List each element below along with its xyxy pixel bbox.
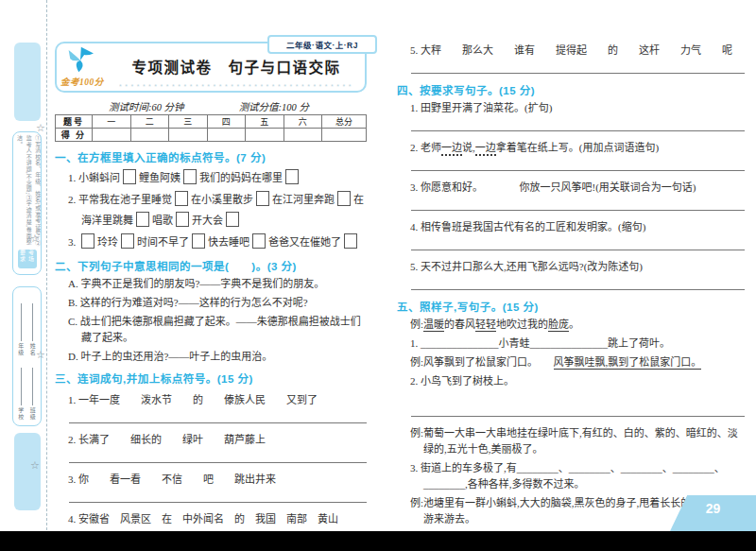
grade-subject-badge: 二年级·语文·上·RJ xyxy=(267,35,377,54)
star-icon: ☆ xyxy=(30,233,40,244)
question-item: 4. 安徽省 风景区 在 中外闻名 的 我国 南部 黄山 xyxy=(68,511,369,527)
star-icon: ☆ xyxy=(30,460,40,471)
cut-line xyxy=(46,0,47,530)
punctuation-box xyxy=(175,191,188,206)
student-info-field: 学校 xyxy=(15,356,27,421)
answer-line xyxy=(411,283,745,290)
question-item: 1. 田野里开满了油菜花。(扩句) xyxy=(410,100,747,116)
punctuation-box xyxy=(226,212,239,227)
answer-line xyxy=(411,124,745,131)
question-item: B. 这样的行为难道对吗?——这样的行为怎么不对呢? xyxy=(68,295,369,311)
question-item: D. 叶子上的虫还用治?——叶子上的虫用治。 xyxy=(68,349,369,365)
example-item: 例:温暖的春风轻轻地吹过我的脸庞。 xyxy=(410,317,747,333)
question-item: 3. 街道上的车多极了,有________、________、________、… xyxy=(410,460,747,492)
score-cell-empty xyxy=(322,129,367,142)
bottom-black-bar xyxy=(0,531,756,551)
punctuation-box xyxy=(285,169,299,184)
question-item: 2. 平常我在池子里睡觉在小溪里散步在江河里奔跑在海洋里跳舞唱歌开大会 xyxy=(68,189,369,231)
question-item: 5. 大秤 那么大 谁有 提得起 的 这杆 力气 呢 xyxy=(410,43,747,59)
star-icon: ☆ xyxy=(36,350,45,360)
field-label: 班级 xyxy=(28,407,37,421)
section-title: 四、按要求写句子。(15 分) xyxy=(397,82,747,97)
student-info-field: 姓名 xyxy=(27,292,40,356)
score-table-column: 一 xyxy=(93,115,131,129)
student-info-field: 年级 xyxy=(15,292,27,356)
punctuation-box xyxy=(121,233,134,249)
question-item: 3. 你 看一看 不信 吧 跳出井来 xyxy=(68,472,369,488)
punctuation-box xyxy=(81,233,94,249)
question-item: C. 战士们把朱德那根扁担藏了起来。——朱德那根扁担被战士们藏了起来。 xyxy=(68,314,369,346)
punctuation-box xyxy=(256,191,269,206)
answer-line xyxy=(411,203,745,211)
question-item: 1. _______________小青蛙_______________跳上了荷… xyxy=(410,336,747,352)
test-time: 测试时间:60 分钟 xyxy=(109,99,184,113)
score-cell-empty xyxy=(169,129,208,142)
exam-notice-text: ①写清校名、年级、姓名(或准考证号);②监考人不讲题,不念题;③字迹清楚,卷面整… xyxy=(14,135,42,247)
score-cell-empty xyxy=(207,129,246,142)
left-page-content: 一、在方框里填入正确的标点符号。(7 分)1. 小蝌蚪问鲤鱼阿姨我们的妈妈在哪里… xyxy=(55,144,369,551)
question-item: 2. 长满了 细长的 绿叶 葫芦藤上 xyxy=(68,432,369,448)
test-value: 测试分值:100 分 xyxy=(239,99,309,113)
section-title: 二、下列句子中意思相同的一项是( )。(3 分) xyxy=(55,258,369,273)
fill-in-line xyxy=(21,368,22,405)
answer-line xyxy=(411,164,745,171)
star-icon: ☆ xyxy=(36,123,45,133)
score-table-column: 三 xyxy=(169,115,208,129)
example-item: 例:风筝飘到了松鼠家门口。 风筝飘哇飘,飘到了松鼠家门口。 xyxy=(410,354,747,370)
score-cell-empty xyxy=(130,129,169,142)
punctuation-box xyxy=(344,233,357,249)
question-item: 3. 玲玲时间不早了快去睡吧爸爸又在催她了 xyxy=(68,232,369,252)
right-page-content: 5. 大秤 那么大 谁有 提得起 的 这杆 力气 呢四、按要求写句子。(15 分… xyxy=(397,36,747,546)
binding-strip-bottom xyxy=(14,433,41,510)
score-table-column: 二 xyxy=(130,115,169,129)
answer-line xyxy=(411,66,745,74)
field-label: 年级 xyxy=(17,343,26,356)
punctuation-box xyxy=(252,233,266,249)
section-title: 五、照样子,写句子。(15 分) xyxy=(397,299,747,314)
student-info-field: 班级 xyxy=(27,356,40,421)
question-item: 2. 小鸟飞到了树枝上。 xyxy=(410,373,747,389)
exam-notice-box: ①写清校名、年级、姓名(或准考证号);②监考人不讲题,不念题;③字迹清楚,卷面整… xyxy=(12,131,42,275)
answer-line xyxy=(411,243,745,250)
punctuation-box xyxy=(136,212,149,227)
score-table-column: 六 xyxy=(284,115,322,129)
question-item: 1. 小蝌蚪问鲤鱼阿姨我们的妈妈在哪里 xyxy=(68,167,369,188)
question-item: 5. 天不过井口那么大,还用飞那么远吗?(改为陈述句) xyxy=(410,259,747,275)
score-table-column: 五 xyxy=(246,115,284,129)
answer-line xyxy=(69,416,367,423)
section-title: 三、连词成句,并加上标点符号。(15 分) xyxy=(55,370,369,386)
page-title: 专项测试卷 句子与口语交际 xyxy=(112,56,361,77)
field-label: 学校 xyxy=(17,407,26,421)
score-row-label: 得 分 xyxy=(56,129,93,142)
section-title: 一、在方框里填入正确的标点符号。(7 分) xyxy=(55,149,369,164)
answer-line xyxy=(69,495,367,503)
question-item: 2. 老师一边说,一边拿着笔在纸上写。(用加点词语造句) xyxy=(410,140,747,156)
punctuation-box xyxy=(337,191,351,206)
example-item: 例:葡萄一大串一大串地挂在绿叶底下,有红的、白的、紫的、暗红的、淡绿的,五光十色… xyxy=(410,425,747,457)
page-number: 29 xyxy=(706,501,721,516)
punctuation-box xyxy=(183,169,197,184)
decorative-stars: **************************************** xyxy=(119,83,360,90)
brand-bird-icon xyxy=(64,46,96,73)
fill-in-line xyxy=(21,303,22,341)
score-table-column: 总分 xyxy=(322,115,367,129)
question-item: 3. 你愿意和好。 你放一只风筝吧!(用关联词合为一句话) xyxy=(410,180,747,196)
score-table-header: 题号 xyxy=(56,115,93,129)
fill-in-line xyxy=(32,303,33,341)
exam-notice-label: 考场要求 xyxy=(18,250,37,268)
question-item: 4. 相传鲁班是我国古代有名的工匠和发明家。(缩句) xyxy=(410,219,747,235)
punctuation-box xyxy=(123,169,136,184)
right-page: 5. 大秤 那么大 谁有 提得起 的 这杆 力气 呢四、按要求写句子。(15 分… xyxy=(397,0,748,531)
brand-name: 金考100分 xyxy=(60,75,104,88)
score-cell-empty xyxy=(284,129,322,142)
left-page: 二年级·语文·上·RJ 专项测试卷 句子与口语交际 金考100分 *******… xyxy=(53,0,372,531)
answer-line xyxy=(69,456,367,463)
punctuation-box xyxy=(192,233,205,249)
punctuation-box xyxy=(176,212,189,227)
score-table-column: 四 xyxy=(207,115,246,129)
score-cell-empty xyxy=(93,129,131,142)
score-table: 题号一二三四五六总分得 分 xyxy=(55,114,367,142)
question-item: A. 字典不正是我们的朋友吗?——字典不是我们的朋友。 xyxy=(68,276,369,292)
test-info-line: 测试时间:60 分钟 测试分值:100 分 xyxy=(53,99,365,113)
answer-line xyxy=(411,409,745,417)
